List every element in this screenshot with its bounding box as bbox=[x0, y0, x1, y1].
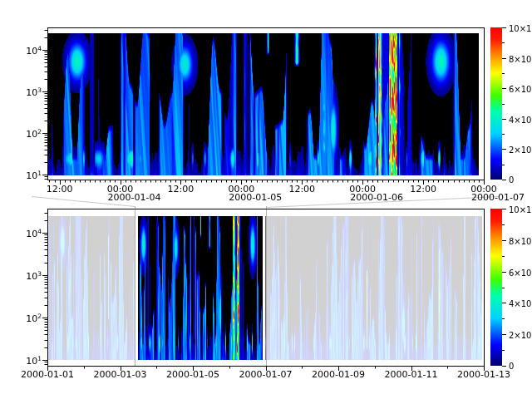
zoom-x-date-label-7: 2000-01-07 bbox=[471, 193, 525, 202]
context-panel-colorbar-label-0: 0 bbox=[509, 362, 514, 371]
context-x-tick-label-3: 2000-01-07 bbox=[239, 370, 293, 379]
spectrogram-viewer: 12:0000:002000-01-0412:0000:002000-01-05… bbox=[0, 0, 532, 399]
context-panel-colorbar-label-3: 6×107 bbox=[509, 265, 532, 277]
zoom-panel-colorbar bbox=[490, 27, 502, 180]
context-x-tick-label-1: 2000-01-03 bbox=[94, 370, 147, 379]
zoom-panel-colorbar-label-2: 4×107 bbox=[509, 113, 532, 125]
context-panel-y-tick-label-2: 103 bbox=[26, 269, 42, 282]
zoom-panel-colorbar-label-0: 0 bbox=[509, 175, 514, 185]
context-x-tick-label-0: 2000-01-01 bbox=[21, 370, 74, 379]
context-x-tick-label-2: 2000-01-05 bbox=[166, 370, 219, 379]
zoom-panel-colorbar-label-5: 10×107 bbox=[509, 22, 532, 33]
context-panel-y-tick-label-0: 101 bbox=[26, 354, 42, 367]
context-panel-colorbar-label-2: 4×107 bbox=[509, 297, 532, 308]
zoom-panel-plot-area[interactable] bbox=[47, 27, 484, 180]
zoom-x-date-label-3: 2000-01-05 bbox=[229, 193, 282, 202]
zoom-panel-colorbar-label-1: 2×107 bbox=[509, 143, 532, 155]
zoom-panel-y-tick-label-3: 104 bbox=[26, 44, 42, 57]
context-panel-y-tick-label-3: 104 bbox=[26, 227, 42, 239]
context-panel-colorbar-label-4: 8×107 bbox=[509, 234, 532, 246]
zoom-panel-y-tick-label-1: 102 bbox=[26, 127, 42, 140]
zoom-x-tick-label-4: 12:00 bbox=[288, 185, 315, 194]
context-x-tick-label-6: 2000-01-13 bbox=[457, 370, 510, 379]
zoom-x-date-label-5: 2000-01-06 bbox=[350, 193, 403, 202]
zoom-panel-colorbar-label-3: 6×107 bbox=[509, 82, 532, 94]
selection-region[interactable] bbox=[135, 206, 266, 366]
context-panel-colorbar-label-1: 2×107 bbox=[509, 328, 532, 340]
context-panel-colorbar bbox=[490, 209, 502, 366]
zoom-x-tick-label-0: 12:00 bbox=[47, 185, 73, 194]
context-x-tick-label-4: 2000-01-09 bbox=[312, 370, 365, 379]
zoom-panel-colorbar-label-4: 8×107 bbox=[509, 52, 532, 63]
context-x-tick-label-5: 2000-01-11 bbox=[385, 370, 438, 379]
context-panel-y-tick-label-1: 102 bbox=[26, 312, 42, 324]
zoom-x-tick-label-6: 12:00 bbox=[410, 185, 436, 194]
zoom-panel-y-tick-label-2: 103 bbox=[26, 86, 42, 98]
zoom-x-tick-label-2: 12:00 bbox=[168, 185, 195, 194]
context-panel-colorbar-label-5: 10×107 bbox=[509, 203, 532, 214]
zoom-panel-y-tick-label-0: 101 bbox=[26, 169, 42, 181]
zoom-x-date-label-1: 2000-01-04 bbox=[108, 193, 161, 202]
